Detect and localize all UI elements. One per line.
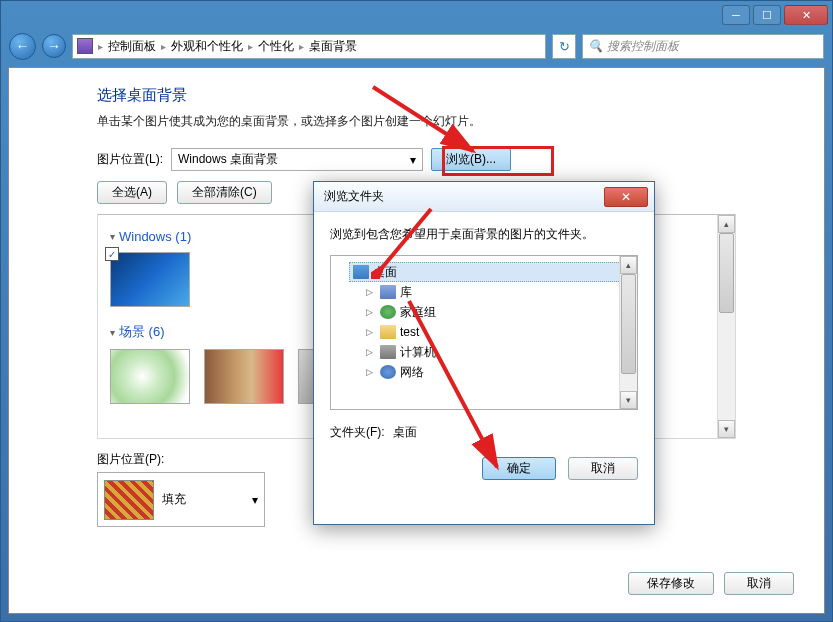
picture-location-dropdown[interactable]: Windows 桌面背景▾	[171, 148, 423, 171]
wallpaper-thumb[interactable]	[204, 349, 284, 404]
tree-item-test[interactable]: ▷ test	[363, 322, 633, 342]
search-placeholder: 搜索控制面板	[607, 38, 679, 55]
expand-icon: ▷	[366, 347, 376, 357]
scroll-up-button[interactable]: ▴	[620, 256, 637, 274]
page-title: 选择桌面背景	[97, 86, 824, 105]
chevron-down-icon: ▾	[410, 153, 416, 167]
forward-button[interactable]: →	[42, 34, 66, 58]
network-icon	[380, 365, 396, 379]
tree-item-libraries[interactable]: ▷ 库	[363, 282, 633, 302]
wallpaper-thumb-windows[interactable]: ✓	[110, 252, 190, 307]
browse-folder-dialog: 浏览文件夹 ✕ 浏览到包含您希望用于桌面背景的图片的文件夹。 桌面 ▷ 库 ▷ …	[313, 181, 655, 525]
thumb-checkbox[interactable]: ✓	[105, 247, 119, 261]
picture-location-row: 图片位置(L): Windows 桌面背景▾ 浏览(B)...	[97, 148, 824, 171]
close-button[interactable]: ✕	[784, 5, 828, 25]
scroll-thumb[interactable]	[621, 274, 636, 374]
control-panel-icon	[77, 38, 93, 54]
tree-item-homegroup[interactable]: ▷ 家庭组	[363, 302, 633, 322]
computer-icon	[380, 345, 396, 359]
nav-bar: ← → ▸ 控制面板 ▸ 外观和个性化 ▸ 个性化 ▸ 桌面背景 ↻ 🔍 搜索控…	[1, 29, 832, 63]
tree-scrollbar[interactable]: ▴ ▾	[619, 256, 637, 409]
address-bar[interactable]: ▸ 控制面板 ▸ 外观和个性化 ▸ 个性化 ▸ 桌面背景	[72, 34, 546, 59]
scroll-thumb[interactable]	[719, 233, 734, 313]
chevron-down-icon: ▾	[252, 493, 258, 507]
ok-button[interactable]: 确定	[482, 457, 556, 480]
breadcrumb-item[interactable]: 个性化	[258, 38, 294, 55]
dialog-close-button[interactable]: ✕	[604, 187, 648, 207]
folder-value: 桌面	[393, 424, 417, 441]
desktop-icon	[353, 265, 369, 279]
scroll-down-button[interactable]: ▾	[718, 420, 735, 438]
dialog-instruction: 浏览到包含您希望用于桌面背景的图片的文件夹。	[330, 226, 638, 243]
folder-icon	[380, 325, 396, 339]
folder-label: 文件夹(F):	[330, 424, 385, 441]
save-changes-button[interactable]: 保存修改	[628, 572, 714, 595]
homegroup-icon	[380, 305, 396, 319]
footer-buttons: 保存修改 取消	[628, 572, 794, 595]
clear-all-button[interactable]: 全部清除(C)	[177, 181, 272, 204]
breadcrumb-item[interactable]: 桌面背景	[309, 38, 357, 55]
cancel-button[interactable]: 取消	[724, 572, 794, 595]
page-description: 单击某个图片使其成为您的桌面背景，或选择多个图片创建一个幻灯片。	[97, 113, 824, 130]
control-panel-window: ─ ☐ ✕ ← → ▸ 控制面板 ▸ 外观和个性化 ▸ 个性化 ▸ 桌面背景 ↻…	[0, 0, 833, 622]
maximize-button[interactable]: ☐	[753, 5, 781, 25]
fill-preview-icon	[104, 480, 154, 520]
collapse-icon: ▾	[110, 231, 115, 242]
search-icon: 🔍	[588, 39, 603, 53]
expand-icon: ▷	[366, 287, 376, 297]
search-input[interactable]: 🔍 搜索控制面板	[582, 34, 824, 59]
scroll-up-button[interactable]: ▴	[718, 215, 735, 233]
breadcrumb-item[interactable]: 外观和个性化	[171, 38, 243, 55]
expand-icon: ▷	[366, 307, 376, 317]
breadcrumb-sep: ▸	[95, 41, 106, 52]
collapse-icon: ▾	[110, 327, 115, 338]
tree-item-network[interactable]: ▷ 网络	[363, 362, 633, 382]
refresh-button[interactable]: ↻	[552, 34, 576, 59]
scroll-down-button[interactable]: ▾	[620, 391, 637, 409]
dialog-cancel-button[interactable]: 取消	[568, 457, 638, 480]
wallpaper-thumb[interactable]	[110, 349, 190, 404]
tree-item-computer[interactable]: ▷ 计算机	[363, 342, 633, 362]
folder-tree[interactable]: 桌面 ▷ 库 ▷ 家庭组 ▷ test ▷	[330, 255, 638, 410]
folder-name-row: 文件夹(F): 桌面	[330, 424, 638, 441]
titlebar: ─ ☐ ✕	[1, 1, 832, 29]
picture-location-label: 图片位置(L):	[97, 151, 163, 168]
dialog-titlebar: 浏览文件夹 ✕	[314, 182, 654, 212]
breadcrumb-root[interactable]: 控制面板	[108, 38, 156, 55]
minimize-button[interactable]: ─	[722, 5, 750, 25]
picture-position-label: 图片位置(P):	[97, 451, 164, 468]
breadcrumb-sep: ▸	[245, 41, 256, 52]
select-all-button[interactable]: 全选(A)	[97, 181, 167, 204]
watermark: 木星教程网	[334, 554, 499, 595]
expand-icon: ▷	[366, 367, 376, 377]
scrollbar[interactable]: ▴ ▾	[717, 215, 735, 438]
tree-item-desktop[interactable]: 桌面	[349, 262, 633, 282]
picture-position-dropdown[interactable]: 填充 ▾	[97, 472, 265, 527]
dialog-title: 浏览文件夹	[324, 188, 384, 205]
libraries-icon	[380, 285, 396, 299]
expand-icon: ▷	[366, 327, 376, 337]
breadcrumb-sep: ▸	[158, 41, 169, 52]
browse-button[interactable]: 浏览(B)...	[431, 148, 511, 171]
back-button[interactable]: ←	[9, 33, 36, 60]
breadcrumb-sep: ▸	[296, 41, 307, 52]
